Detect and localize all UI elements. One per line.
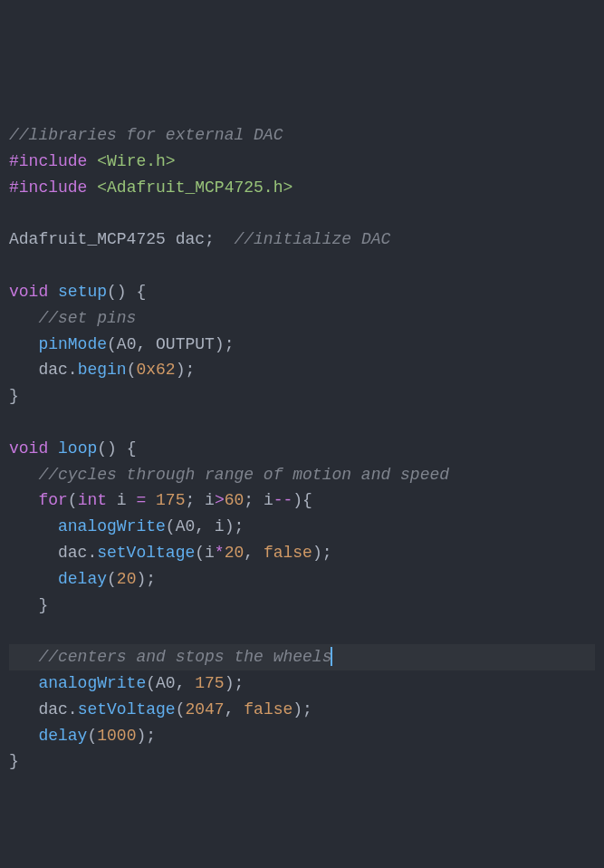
code-line[interactable]: delay(20);: [9, 566, 595, 593]
code-token: 20: [225, 544, 244, 562]
code-token: false: [244, 700, 292, 719]
code-token: 2047: [185, 700, 224, 719]
code-token: #include: [9, 178, 87, 197]
code-line[interactable]: #include <Adafruit_MCP4725.h>: [9, 175, 595, 201]
code-token: ,: [244, 544, 264, 562]
code-token: (: [68, 491, 78, 509]
code-token: [9, 674, 38, 692]
code-editor[interactable]: //libraries for external DAC#include <Wi…: [9, 122, 595, 775]
code-token: (: [87, 727, 97, 745]
code-line[interactable]: pinMode(A0, OUTPUT);: [9, 332, 595, 358]
code-token: false: [264, 544, 312, 562]
code-token: [9, 570, 58, 588]
code-token: ; i: [244, 491, 273, 509]
code-token: =: [136, 491, 146, 509]
code-token: [87, 152, 97, 170]
code-line[interactable]: dac.begin(0x62);: [9, 357, 595, 383]
code-token: 1000: [97, 727, 136, 745]
code-token: (: [127, 361, 137, 379]
code-token: [9, 517, 58, 535]
code-token: );: [225, 674, 244, 692]
code-token: setVoltage: [97, 544, 195, 562]
code-token: analogWrite: [58, 517, 166, 535]
code-token: [9, 466, 38, 484]
code-token: int: [78, 491, 107, 509]
code-line[interactable]: }: [9, 593, 595, 619]
code-token: >: [215, 491, 225, 509]
code-token: [146, 491, 156, 509]
code-token: //cycles through range of motion and spe…: [38, 466, 449, 484]
code-token: setup: [58, 283, 107, 301]
code-token: <Wire.h>: [97, 152, 175, 170]
code-token: (i: [195, 544, 215, 562]
code-token: }: [9, 387, 19, 405]
code-token: ){: [292, 491, 312, 509]
code-token: }: [9, 752, 19, 770]
code-token: delay: [38, 727, 87, 745]
code-token: [9, 309, 38, 327]
code-token: () {: [97, 439, 136, 458]
code-line[interactable]: dac.setVoltage(i*20, false);: [9, 540, 595, 566]
code-line[interactable]: //cycles through range of motion and spe…: [9, 462, 595, 488]
code-line[interactable]: [9, 201, 595, 227]
code-token: [87, 178, 97, 197]
code-token: );: [136, 727, 156, 745]
code-line[interactable]: analogWrite(A0, i);: [9, 514, 595, 540]
code-token: () {: [107, 283, 146, 301]
code-line[interactable]: dac.setVoltage(2047, false);: [9, 697, 595, 723]
code-token: [48, 283, 58, 301]
code-token: for: [38, 491, 67, 509]
code-token: [48, 439, 58, 458]
code-token: analogWrite: [38, 674, 146, 692]
code-token: ,: [225, 700, 244, 719]
code-token: dac.: [9, 700, 78, 719]
code-token: dac.: [9, 361, 78, 379]
code-token: *: [215, 544, 225, 562]
code-token: #include: [9, 152, 87, 170]
code-line[interactable]: delay(1000);: [9, 723, 595, 749]
code-token: //set pins: [38, 309, 136, 327]
code-token: Adafruit_MCP4725 dac: [9, 230, 205, 248]
code-token: (: [107, 570, 117, 588]
code-token: //libraries for external DAC: [9, 126, 283, 144]
code-line[interactable]: //set pins: [9, 305, 595, 332]
text-cursor: [331, 647, 332, 667]
code-token: setVoltage: [78, 700, 176, 719]
code-token: //centers and stops the wheels: [38, 648, 331, 666]
code-line[interactable]: }: [9, 383, 595, 410]
code-token: }: [9, 596, 48, 614]
code-token: 60: [225, 491, 244, 509]
code-line[interactable]: void setup() {: [9, 279, 595, 305]
code-token: (: [176, 700, 186, 719]
code-token: ;: [205, 230, 234, 248]
code-line[interactable]: for(int i = 175; i>60; i--){: [9, 487, 595, 514]
code-token: );: [136, 570, 156, 588]
code-token: [9, 648, 38, 666]
code-token: void: [9, 283, 48, 301]
code-token: 0x62: [136, 361, 175, 379]
code-line[interactable]: [9, 410, 595, 436]
code-line[interactable]: [9, 253, 595, 279]
code-token: //initialize DAC: [234, 230, 390, 248]
code-line[interactable]: }: [9, 748, 595, 775]
code-token: (A0,: [146, 674, 195, 692]
code-token: --: [273, 491, 293, 509]
code-token: <Adafruit_MCP4725.h>: [97, 178, 292, 197]
code-token: (A0, OUTPUT);: [107, 335, 234, 353]
code-token: void: [9, 439, 48, 458]
code-line[interactable]: //centers and stops the wheels: [9, 644, 595, 670]
code-token: 20: [117, 570, 137, 588]
code-token: begin: [78, 361, 127, 379]
code-token: pinMode: [38, 335, 107, 353]
code-token: loop: [58, 439, 97, 458]
code-line[interactable]: #include <Wire.h>: [9, 149, 595, 175]
code-line[interactable]: [9, 618, 595, 644]
code-line[interactable]: //libraries for external DAC: [9, 122, 595, 149]
code-token: [9, 335, 38, 353]
code-token: [9, 727, 38, 745]
code-token: 175: [156, 491, 185, 509]
code-token: );: [312, 544, 332, 562]
code-line[interactable]: void loop() {: [9, 436, 595, 462]
code-line[interactable]: Adafruit_MCP4725 dac; //initialize DAC: [9, 227, 595, 253]
code-line[interactable]: analogWrite(A0, 175);: [9, 670, 595, 697]
